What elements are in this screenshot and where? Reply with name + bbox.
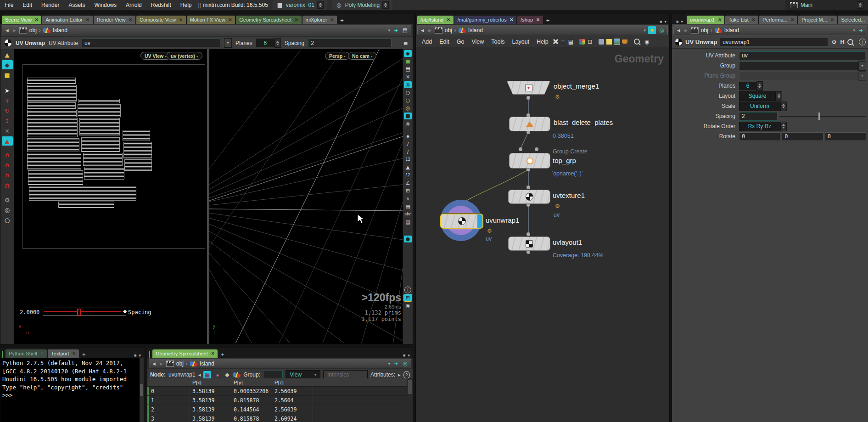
uv-attribute-dropdown[interactable]: ▾	[224, 38, 232, 48]
tab-scene-view[interactable]: Scene View✕	[2, 16, 41, 24]
eye-overview-icon[interactable]: ◉	[644, 38, 650, 45]
rotate-z-field[interactable]: 0	[825, 132, 866, 141]
uv-attribute-field[interactable]: uv	[739, 51, 865, 60]
group-dropdown-button[interactable]: ▾	[858, 61, 866, 71]
vertices-class-icon[interactable]: ●	[214, 371, 221, 378]
detail-class-icon[interactable]	[233, 371, 241, 378]
pose-tool-icon[interactable]: ✳	[2, 126, 13, 135]
network-menu-help[interactable]: Help	[533, 37, 552, 47]
gallery-basket-icon[interactable]	[622, 38, 628, 45]
pin-view-icon[interactable]: ✕	[404, 73, 412, 80]
tab-selected[interactable]: Selected...✕	[838, 16, 868, 24]
menu-redshift[interactable]: Redshift	[146, 0, 176, 10]
render-region-icon[interactable]: ◎	[2, 205, 13, 214]
group-list-icon[interactable]: ▤	[404, 203, 412, 210]
visibility-diamond-icon[interactable]: ◆	[404, 50, 412, 57]
node-value[interactable]: uvunwrap1	[168, 371, 196, 378]
persp-camera-pill[interactable]: Persp -	[325, 52, 350, 60]
search-icon[interactable]	[634, 39, 640, 45]
node-name-input[interactable]: uvunwrap1	[720, 38, 828, 46]
close-icon[interactable]: ✕	[129, 17, 132, 22]
spacing-slider[interactable]	[779, 112, 866, 120]
forward-icon[interactable]: ►	[427, 28, 432, 33]
attributes-expand-icon[interactable]: ▸	[398, 372, 401, 378]
hide-others-icon[interactable]: ◉	[404, 120, 412, 127]
scale-tool-icon[interactable]: ↕	[2, 116, 13, 125]
list-view-icon[interactable]: ▤	[567, 38, 574, 45]
group-field[interactable]	[739, 62, 858, 70]
table-row[interactable]: 1 3.58139 0.815878 2.5604	[147, 396, 407, 405]
breadcrumb-node[interactable]: Island	[468, 27, 483, 34]
lock-icon[interactable]: ⬒	[404, 66, 412, 73]
close-icon[interactable]: ✕	[211, 351, 215, 356]
tree-view-icon[interactable]: ≡	[560, 38, 566, 45]
tab-geometry-spreadsheet[interactable]: Geometry Spreadsheet✕	[236, 16, 301, 24]
table-row[interactable]: 0 3.58139 0.000332206 2.56039	[147, 387, 407, 396]
tools-crossed-icon[interactable]	[553, 39, 559, 45]
tab-python-shell[interactable]: Python Shell✕	[6, 349, 47, 358]
desktop-tab-stepper[interactable]	[317, 1, 324, 9]
tab-obj-island[interactable]: /obj/Island✕	[417, 16, 454, 24]
normal-lights-icon[interactable]: ◎	[404, 105, 412, 112]
snap-curve-icon[interactable]: ∩	[2, 160, 13, 169]
desktop-tab-stepper[interactable]	[857, 1, 863, 9]
snapshot-pin-icon[interactable]: ●	[404, 236, 412, 242]
perspective-viewport[interactable]: Persp - No cam - >120fps 2.69ms 1,132 pr…	[209, 49, 403, 344]
uv-attribute-pill[interactable]: uv (vertex) -	[167, 52, 202, 60]
table-row[interactable]: 2 3.58139 0.144564 2.56039	[147, 405, 407, 414]
points-display-icon[interactable]: ●	[404, 133, 412, 140]
houdini-help-icon[interactable]: H	[840, 39, 845, 45]
add-light-icon[interactable]: ○	[404, 97, 412, 104]
pane-menu-icon[interactable]: ▾	[139, 353, 141, 358]
close-icon[interactable]: ✕	[179, 17, 183, 22]
point-trails-icon[interactable]: ∕	[404, 148, 412, 155]
select-tool-icon[interactable]: ➤	[2, 86, 13, 95]
info-icon[interactable]: i	[859, 39, 866, 45]
close-icon[interactable]: ✕	[35, 17, 39, 22]
forward-icon[interactable]: ►	[683, 28, 689, 33]
breadcrumb-root[interactable]: obj	[176, 360, 184, 367]
breadcrumb-root[interactable]: obj	[445, 27, 452, 34]
chevron-down-icon[interactable]: ▾	[388, 361, 390, 366]
shading-cube-icon[interactable]: ■	[404, 113, 412, 119]
tab-mixplorer[interactable]: miXplorer✕	[302, 16, 337, 24]
pane-menu-icon[interactable]: ▾	[681, 19, 683, 24]
snap-grid-icon[interactable]: ∩	[2, 150, 13, 159]
back-icon[interactable]: ◄	[676, 28, 681, 33]
pane-menu-icon[interactable]: ▾	[408, 353, 410, 358]
forward-icon[interactable]: ►	[12, 28, 17, 33]
breadcrumb-node[interactable]: Island	[200, 360, 214, 367]
python-console[interactable]: Python 2.7.5 (default, Nov 24 2017, [GCC…	[0, 358, 140, 422]
layout-stepper[interactable]	[776, 91, 782, 101]
tab-textport[interactable]: Textport✕	[48, 349, 79, 358]
tab-render-view[interactable]: Render View✕	[94, 16, 135, 24]
frame-panel-icon[interactable]: ▤	[402, 27, 409, 34]
tab-animation-editor[interactable]: Animation Editor✕	[42, 16, 92, 24]
menu-arnold[interactable]: Arnold	[121, 0, 146, 10]
axes-display-icon[interactable]: ⋏	[404, 195, 412, 202]
network-menu-layout[interactable]: Layout	[509, 37, 533, 47]
console-scrollbar[interactable]	[140, 358, 144, 422]
tab-composite-view[interactable]: Composite View✕	[136, 16, 186, 24]
network-grid-icon[interactable]: ⊞	[587, 38, 594, 45]
breadcrumb-root[interactable]: obj	[701, 27, 708, 34]
pin-panel-icon[interactable]: ➜	[392, 360, 399, 367]
spacing-input[interactable]: 2	[308, 39, 392, 47]
snap-points-icon[interactable]: ∩	[2, 170, 13, 180]
chevron-down-icon[interactable]: ▾	[388, 28, 390, 33]
objects-diamond-icon[interactable]: ◆	[2, 60, 13, 69]
close-icon[interactable]: ✕	[40, 351, 44, 356]
headlight-icon[interactable]: ○	[404, 89, 412, 96]
new-tab-button[interactable]: +	[218, 351, 227, 358]
pane-menu-icon[interactable]: ▾	[664, 19, 666, 24]
display-flag[interactable]	[477, 214, 482, 228]
rotate-tool-icon[interactable]: ↻	[2, 106, 13, 115]
jump-to-operator-icon[interactable]: ➜	[392, 27, 399, 34]
flipbook-icon[interactable]: ○	[2, 215, 13, 225]
close-icon[interactable]: ✕	[752, 17, 756, 22]
chevron-down-icon[interactable]: ▾	[644, 28, 646, 33]
points-class-icon[interactable]: ▦	[203, 371, 211, 379]
back-icon[interactable]: ◄	[420, 28, 425, 33]
spacing-field[interactable]: 2	[739, 112, 778, 121]
menu-edit[interactable]: Edit	[18, 0, 37, 10]
